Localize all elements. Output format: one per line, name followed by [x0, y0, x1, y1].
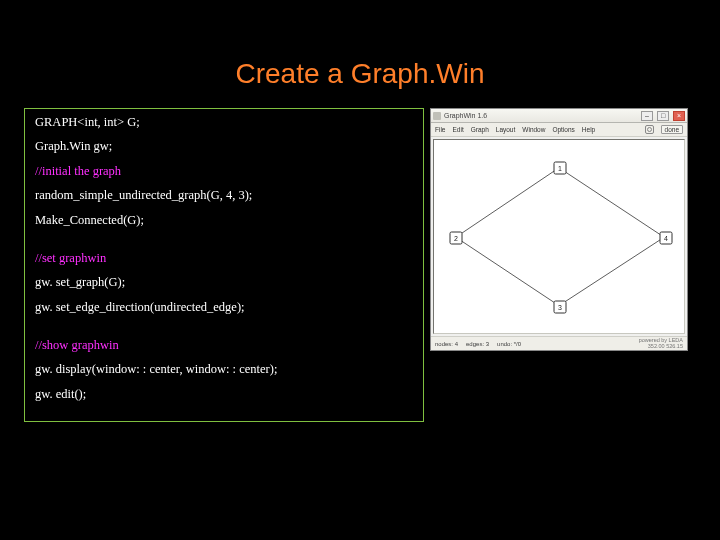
menu-graph[interactable]: Graph — [471, 126, 489, 133]
menu-file[interactable]: File — [435, 126, 445, 133]
code-line: gw. set_graph(G); — [35, 275, 413, 289]
code-line: GRAPH<int, int> G; — [35, 115, 413, 129]
maximize-button[interactable]: □ — [657, 111, 669, 121]
code-line: gw. set_edge_direction(undirected_edge); — [35, 300, 413, 314]
close-button[interactable]: × — [673, 111, 685, 121]
status-undo: undo: */0 — [497, 341, 521, 347]
menu-window[interactable]: Window — [522, 126, 545, 133]
slide-title: Create a Graph.Win — [0, 0, 720, 108]
svg-line-0 — [456, 168, 559, 237]
graph-node[interactable]: 3 — [554, 301, 567, 314]
swirl-icon[interactable] — [645, 125, 654, 134]
code-comment: //show graphwin — [35, 338, 413, 352]
code-line: random_simple_undirected_graph(G, 4, 3); — [35, 188, 413, 202]
graph-node[interactable]: 2 — [450, 232, 463, 245]
code-line: Make_Connected(G); — [35, 213, 413, 227]
content-row: GRAPH<int, int> G; Graph.Win gw; //initi… — [0, 108, 720, 422]
window-title: GraphWin 1.6 — [444, 112, 637, 119]
menu-options[interactable]: Options — [552, 126, 574, 133]
app-icon — [433, 112, 441, 120]
menu-help[interactable]: Help — [582, 126, 595, 133]
status-credit: powered by LEDA 352.00 526.15 — [639, 338, 683, 349]
window-titlebar: GraphWin 1.6 – □ × — [431, 109, 687, 123]
statusbar: nodes: 4 edges: 3 undo: */0 powered by L… — [431, 336, 687, 350]
graph-node[interactable]: 1 — [554, 162, 567, 175]
menubar: File Edit Graph Layout Window Options He… — [431, 123, 687, 137]
code-comment: //set graphwin — [35, 251, 413, 265]
minimize-button[interactable]: – — [641, 111, 653, 121]
graph-canvas[interactable]: 1 2 4 3 — [433, 139, 685, 334]
svg-line-3 — [559, 237, 664, 305]
code-line: gw. display(window: : center, window: : … — [35, 362, 413, 376]
svg-line-1 — [559, 168, 664, 237]
menu-edit[interactable]: Edit — [452, 126, 463, 133]
menu-layout[interactable]: Layout — [496, 126, 516, 133]
done-button[interactable]: done — [661, 125, 683, 134]
status-nodes: nodes: 4 — [435, 341, 458, 347]
code-line: gw. edit(); — [35, 387, 413, 401]
status-edges: edges: 3 — [466, 341, 489, 347]
graph-node[interactable]: 4 — [660, 232, 673, 245]
code-comment: //initial the graph — [35, 164, 413, 178]
svg-line-2 — [456, 237, 559, 305]
code-line: Graph.Win gw; — [35, 139, 413, 153]
code-box: GRAPH<int, int> G; Graph.Win gw; //initi… — [24, 108, 424, 422]
graphwin-window: GraphWin 1.6 – □ × File Edit Graph Layou… — [430, 108, 688, 351]
